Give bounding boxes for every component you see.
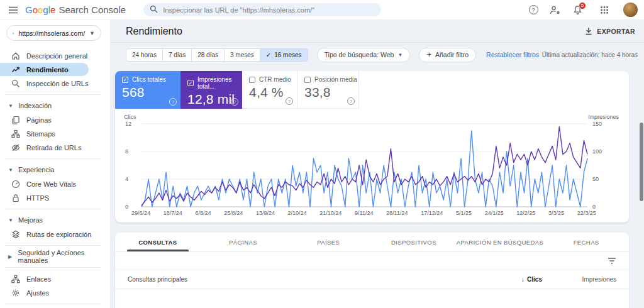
- sidebar-item-label: Rendimiento: [26, 66, 69, 74]
- metric-tile-total-impressions[interactable]: ✓Impresiones total... 12,8 mil ?: [180, 71, 242, 109]
- search-input[interactable]: [163, 6, 375, 14]
- account-settings-button[interactable]: [548, 3, 562, 17]
- tab-pages[interactable]: PÁGINAS: [201, 233, 286, 251]
- range-28d-button[interactable]: 28 días: [191, 48, 225, 62]
- property-selector[interactable]: https://mhsoleras.com/ ▼: [6, 25, 101, 41]
- search-icon: [150, 4, 158, 16]
- metric-label: Posición media: [314, 76, 357, 83]
- user-avatar[interactable]: [623, 3, 638, 17]
- sidebar-item-core-web-vitals[interactable]: Core Web Vitals: [0, 177, 110, 190]
- page-title: Rendimiento: [126, 26, 182, 37]
- chevron-down-icon: ▼: [397, 52, 402, 58]
- sidebar-item-label: Ajustes: [26, 289, 49, 297]
- page-scrollbar-thumb[interactable]: [640, 123, 643, 201]
- export-button[interactable]: EXPORTAR: [585, 27, 635, 35]
- sidebar-section-label: Mejoras: [18, 216, 43, 224]
- right-axis-tick: 50: [592, 176, 611, 182]
- sidebar-item-label: Páginas: [26, 116, 52, 124]
- checkbox-checked-icon[interactable]: ✓: [187, 80, 194, 86]
- sidebar-section-experience[interactable]: ▼ Experiencia: [0, 163, 110, 176]
- tab-search-appearance[interactable]: APARICIÓN EN BÚSQUEDAS: [457, 233, 543, 251]
- notifications-button[interactable]: 5: [570, 3, 584, 17]
- sidebar-item-settings[interactable]: Ajustes: [0, 286, 110, 299]
- column-header-impressions[interactable]: Impresiones: [542, 276, 616, 283]
- x-axis-tick: 12/2/25: [516, 210, 535, 216]
- pages-icon: [11, 116, 20, 124]
- person-gear-icon: [550, 5, 561, 15]
- filter-bar: 24 horas 7 días 28 días 3 meses ✓16 mese…: [110, 43, 644, 67]
- x-axis-tick: 25/8/24: [224, 210, 243, 216]
- notification-badge: 5: [579, 2, 586, 9]
- divider: [5, 94, 101, 95]
- sidebar-section-enhancements[interactable]: ▼ Mejoras: [0, 214, 110, 226]
- metric-tile-total-clicks[interactable]: ✓Clics totales 568 ?: [115, 71, 180, 109]
- app-logo[interactable]: Google Search Console: [25, 4, 126, 15]
- search-type-label: Tipo de búsqueda: Web: [325, 51, 394, 58]
- line-chart[interactable]: Clics Impresiones 12 8 4 0 150 100 50 0 …: [115, 109, 629, 223]
- right-axis-tick: 150: [592, 121, 611, 127]
- x-axis-tick: 2/10/24: [288, 210, 307, 216]
- checkbox-unchecked-icon[interactable]: [304, 77, 311, 83]
- right-axis-tick: 100: [592, 148, 611, 155]
- sidebar-item-overview[interactable]: Descripción general: [0, 49, 110, 62]
- sidebar-item-label: Enlaces: [26, 275, 51, 283]
- x-axis-tick: 29/6/24: [131, 210, 150, 216]
- sidebar-section-security[interactable]: ▶ Seguridad y Acciones manuales: [0, 250, 110, 263]
- sidebar-item-label: Sitemaps: [26, 130, 55, 138]
- range-7d-button[interactable]: 7 días: [162, 48, 192, 62]
- left-axis-tick: 12: [125, 121, 139, 127]
- range-16m-button[interactable]: ✓16 meses: [260, 48, 308, 62]
- add-filter-button[interactable]: + Añadir filtro: [419, 48, 476, 62]
- help-icon[interactable]: ?: [231, 98, 238, 106]
- metric-tile-avg-position[interactable]: Posición media 33,8 ?: [297, 71, 359, 109]
- sidebar-item-url-inspection[interactable]: Inspección de URLs: [0, 77, 110, 90]
- apps-grid-button[interactable]: [597, 3, 611, 17]
- column-header-queries[interactable]: Consultas principales: [128, 276, 521, 283]
- tab-queries[interactable]: CONSULTAS: [115, 233, 201, 251]
- column-header-clicks-sorted[interactable]: ↓Clics: [521, 276, 542, 283]
- checkbox-checked-icon[interactable]: ✓: [122, 77, 128, 83]
- globe-icon: [13, 29, 14, 38]
- sidebar-item-https[interactable]: HTTPS: [0, 191, 110, 204]
- layers-icon: [11, 230, 20, 239]
- x-axis-tick: 21/10/24: [319, 210, 341, 216]
- range-3m-button[interactable]: 3 meses: [224, 48, 260, 62]
- help-button[interactable]: ?: [526, 3, 540, 17]
- help-icon[interactable]: ?: [347, 97, 355, 105]
- tab-dates[interactable]: FECHAS: [543, 233, 629, 251]
- tab-countries[interactable]: PAÍSES: [286, 233, 371, 251]
- tab-devices[interactable]: DISPOSITIVOS: [371, 233, 457, 251]
- left-axis-tick: 4: [125, 176, 139, 182]
- help-icon[interactable]: ?: [286, 97, 293, 105]
- metric-tile-avg-ctr[interactable]: CTR medio 4,4 % ?: [242, 71, 297, 109]
- metric-label: Clics totales: [132, 76, 166, 83]
- range-24h-button[interactable]: 24 horas: [126, 48, 163, 62]
- reset-filters-link[interactable]: Restablecer filtros: [486, 51, 539, 58]
- logo-letter: o: [38, 4, 43, 15]
- plot-area[interactable]: 12 8 4 0 150 100 50 0: [142, 124, 587, 207]
- search-type-dropdown[interactable]: Tipo de búsqueda: Web ▼: [317, 48, 411, 62]
- sitemap-icon: [11, 129, 20, 138]
- sidebar-section-indexing[interactable]: ▼ Indexación: [0, 99, 110, 112]
- sidebar-item-links[interactable]: Enlaces: [0, 272, 110, 285]
- menu-icon[interactable]: [5, 2, 21, 18]
- check-icon: ✓: [266, 52, 271, 58]
- sidebar-item-breadcrumbs[interactable]: Rutas de exploración: [0, 228, 110, 241]
- sidebar-item-sitemaps[interactable]: Sitemaps: [0, 127, 110, 140]
- sidebar-item-label: Rutas de exploración: [26, 231, 91, 238]
- caret-down-icon: ▼: [8, 103, 13, 109]
- sidebar-item-pages[interactable]: Páginas: [0, 113, 110, 126]
- help-icon[interactable]: ?: [169, 98, 177, 106]
- checkbox-unchecked-icon[interactable]: [249, 77, 255, 83]
- sidebar-section-label: Indexación: [18, 102, 52, 109]
- sidebar-item-performance[interactable]: Rendimiento: [0, 63, 89, 76]
- date-range-segmented-control: 24 horas 7 días 28 días 3 meses ✓16 mese…: [126, 48, 308, 62]
- url-inspection-search[interactable]: [143, 3, 381, 16]
- metric-label: Impresiones total...: [197, 76, 242, 90]
- filter-list-icon[interactable]: [608, 257, 616, 265]
- last-updated-text: Última actualización: hace 4 horas: [542, 52, 638, 58]
- magnifier-icon: [11, 79, 20, 88]
- add-filter-label: Añadir filtro: [435, 51, 469, 58]
- sidebar-item-url-removal[interactable]: Retirada de URLs: [0, 141, 110, 154]
- top-app-bar: Google Search Console ? 5: [0, 0, 644, 20]
